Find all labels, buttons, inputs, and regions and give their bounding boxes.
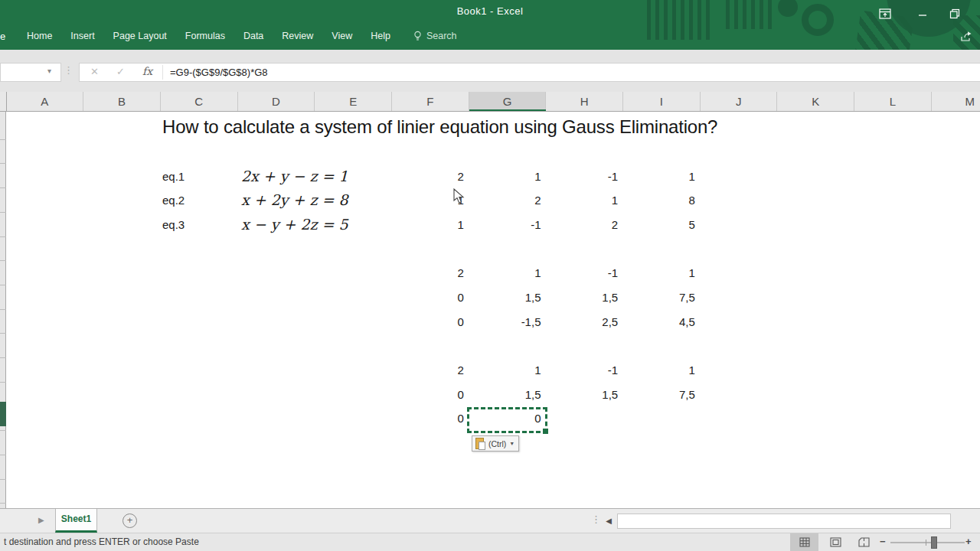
- column-header-C[interactable]: C: [161, 92, 238, 111]
- column-header-row: ABCDEFGHIJKLM: [0, 92, 980, 112]
- matrix2-cell-I-row2[interactable]: 7,5: [623, 285, 695, 310]
- share-button[interactable]: [960, 31, 973, 45]
- matrix2-cell-G-row1[interactable]: 1: [469, 261, 541, 285]
- column-header-K[interactable]: K: [778, 92, 855, 111]
- ribbon-search[interactable]: Search: [413, 31, 457, 42]
- ribbon-tab-view[interactable]: View: [322, 26, 361, 46]
- column-header-B[interactable]: B: [83, 92, 161, 111]
- minimize-button[interactable]: [916, 7, 929, 21]
- ribbon-tab-page-layout[interactable]: Page Layout: [104, 26, 176, 46]
- column-header-G[interactable]: G: [469, 92, 547, 111]
- paste-options-button[interactable]: (Ctrl) ▼: [472, 435, 519, 452]
- equation-1[interactable]: 2x + y − z = 1: [241, 165, 348, 189]
- matrix3-cell-G-row1[interactable]: 1: [469, 358, 541, 383]
- page-break-preview-button[interactable]: [850, 533, 877, 551]
- column-header-I[interactable]: I: [623, 92, 701, 111]
- column-header-E[interactable]: E: [315, 92, 392, 111]
- page-layout-view-icon: [830, 537, 841, 547]
- matrix3-cell-I-row2[interactable]: 7,5: [623, 383, 695, 407]
- sheet-tab-sheet1[interactable]: Sheet1: [55, 509, 97, 533]
- zoom-slider-track[interactable]: [890, 542, 965, 543]
- matrix3-cell-F-row1[interactable]: 2: [392, 358, 464, 383]
- ribbon-tab-review[interactable]: Review: [273, 26, 322, 46]
- matrix1-cell-H-row1[interactable]: -1: [547, 165, 619, 189]
- ribbon-tab-bar: e HomeInsertPage LayoutFormulasDataRevie…: [0, 23, 980, 49]
- insert-function-button[interactable]: fx: [142, 65, 152, 77]
- equation-3[interactable]: x − y + 2z = 5: [241, 213, 348, 237]
- equation-label-2[interactable]: eq.2: [162, 188, 185, 213]
- matrix2-cell-F-row2[interactable]: 0: [392, 285, 464, 310]
- sheet-title-text[interactable]: How to calculate a system of linier equa…: [162, 116, 717, 139]
- matrix2-cell-H-row1[interactable]: -1: [547, 261, 619, 285]
- ribbon-tab-home[interactable]: Home: [18, 26, 61, 46]
- restore-icon: [949, 8, 960, 19]
- selected-row-header: [0, 402, 6, 426]
- matrix3-cell-F-row3[interactable]: 0: [392, 406, 464, 431]
- ribbon-tab-insert[interactable]: Insert: [61, 26, 103, 46]
- zoom-in-button[interactable]: +: [965, 536, 972, 547]
- matrix2-cell-G-row3[interactable]: -1,5: [469, 310, 541, 334]
- zoom-slider-handle[interactable]: [931, 536, 937, 549]
- column-header-J[interactable]: J: [701, 92, 778, 111]
- matrix3-cell-G-row2[interactable]: 1,5: [469, 383, 541, 407]
- column-header-H[interactable]: H: [546, 92, 623, 111]
- page-layout-view-button[interactable]: [822, 533, 849, 551]
- column-header-F[interactable]: F: [392, 92, 469, 111]
- matrix2-cell-F-row3[interactable]: 0: [392, 310, 464, 334]
- row-header-strip[interactable]: [0, 112, 6, 508]
- ribbon-display-options-button[interactable]: [878, 7, 892, 21]
- column-header-M[interactable]: M: [932, 92, 980, 111]
- matrix2-cell-I-row1[interactable]: 1: [623, 261, 695, 285]
- cancel-button[interactable]: ✕: [90, 66, 99, 77]
- equation-label-3[interactable]: eq.3: [162, 213, 185, 237]
- matrix2-cell-G-row2[interactable]: 1,5: [469, 285, 541, 310]
- horizontal-scrollbar[interactable]: [617, 514, 951, 529]
- tab-scrollbar-splitter[interactable]: ⋮: [591, 514, 601, 525]
- matrix1-cell-H-row3[interactable]: 2: [547, 213, 619, 237]
- matrix2-cell-I-row3[interactable]: 4,5: [623, 310, 695, 334]
- matrix2-cell-H-row2[interactable]: 1,5: [547, 285, 619, 310]
- matrix2-cell-H-row3[interactable]: 2,5: [547, 310, 619, 334]
- column-header-D[interactable]: D: [238, 92, 315, 111]
- ribbon-tab-data[interactable]: Data: [234, 26, 273, 46]
- matrix3-cell-I-row1[interactable]: 1: [623, 358, 695, 383]
- minimize-icon: [918, 9, 927, 18]
- new-sheet-button[interactable]: +: [122, 514, 137, 528]
- ribbon-tab-formulas[interactable]: Formulas: [176, 26, 234, 46]
- matrix1-cell-I-row3[interactable]: 5: [623, 213, 695, 237]
- matrix1-cell-G-row1[interactable]: 1: [469, 165, 541, 189]
- matrix1-cell-G-row3[interactable]: -1: [469, 213, 541, 237]
- matrix3-cell-F-row2[interactable]: 0: [392, 383, 464, 407]
- matrix1-cell-G-row2[interactable]: 2: [469, 188, 541, 213]
- matrix3-cell-H-row2[interactable]: 1,5: [547, 383, 619, 407]
- restore-button[interactable]: [948, 7, 962, 21]
- enter-button[interactable]: ✓: [116, 66, 125, 77]
- matrix1-cell-I-row2[interactable]: 8: [623, 188, 695, 213]
- matrix1-cell-F-row3[interactable]: 1: [392, 213, 464, 237]
- zoom-out-button[interactable]: −: [880, 536, 886, 547]
- sheet-grid: How to calculate a system of linier equa…: [0, 112, 980, 508]
- column-header-L[interactable]: L: [854, 92, 932, 111]
- equation-label-1[interactable]: eq.1: [162, 165, 185, 189]
- namebox-dropdown-icon[interactable]: ▾: [47, 67, 51, 75]
- fill-handle[interactable]: [542, 428, 549, 435]
- matrix2-cell-F-row1[interactable]: 2: [392, 261, 464, 285]
- matrix3-cell-H-row1[interactable]: -1: [547, 358, 619, 383]
- window-title: Book1 - Excel: [0, 5, 980, 17]
- share-icon: [960, 31, 973, 42]
- name-box[interactable]: ▾: [0, 63, 61, 82]
- matrix1-cell-H-row2[interactable]: 1: [547, 188, 619, 213]
- equation-2[interactable]: x + 2y + z = 8: [241, 188, 348, 213]
- file-tab-partial[interactable]: e: [0, 31, 8, 42]
- formula-input[interactable]: =G9-($G$9/$G$8)*G8: [170, 67, 268, 78]
- hscroll-left-arrow[interactable]: ◀: [602, 514, 616, 529]
- ribbon-tab-help[interactable]: Help: [361, 26, 400, 46]
- sheet-nav-next-icon[interactable]: ▶: [38, 516, 44, 524]
- search-label: Search: [426, 31, 457, 41]
- matrix1-cell-I-row1[interactable]: 1: [623, 165, 695, 189]
- paste-options-label: (Ctrl): [488, 439, 506, 448]
- normal-view-button[interactable]: [790, 533, 818, 551]
- matrix1-cell-F-row1[interactable]: 2: [392, 165, 464, 189]
- selected-cell-border: [467, 407, 547, 433]
- column-header-A[interactable]: A: [7, 92, 84, 111]
